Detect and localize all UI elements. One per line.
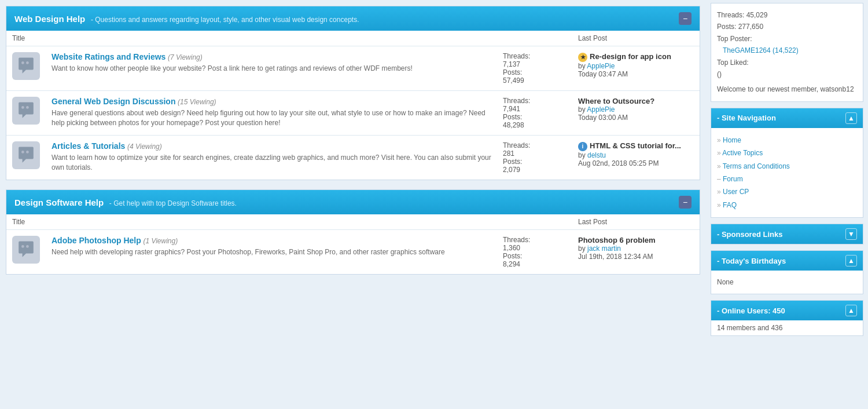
section-header-design-software-help: Design Software Help - Get help with top… [6,190,700,214]
forum-stats-cell: Threads:7,137 Posts:57,499 [497,46,572,91]
site-navigation-header: - Site Navigation ▲ [711,108,863,128]
threads-stat: Threads:7,941 [503,97,567,113]
forum-lastpost-cell: iHTML & CSS tutorial for... by delstu Au… [572,136,700,180]
top-liked-val: () [717,68,857,80]
top-poster-link[interactable]: TheGAME1264 (14,522) [723,46,799,54]
lastpost-author-link[interactable]: jack martin [587,244,621,253]
sponsored-links-collapse-btn[interactable]: ▼ [845,228,857,240]
nav-item-home[interactable]: Home [717,134,857,147]
site-navigation-collapse-btn[interactable]: ▲ [845,112,857,124]
forum-icon-cell [6,136,46,180]
sponsored-links-title: - Sponsored Links [717,230,782,239]
threads-count: Threads: 45,029 [717,9,857,21]
lastpost-by: by delstu [578,151,694,159]
forum-title-link[interactable]: Website Ratings and Reviews [52,52,165,61]
section-collapse-btn[interactable]: − [679,12,692,25]
birthdays-header: - Today's Birthdays ▲ [711,251,863,271]
threads-stat: Threads:7,137 [503,52,567,68]
viewing-count: (4 Viewing) [127,143,162,151]
forum-stats-cell: Threads:7,941 Posts:48,298 [497,91,572,136]
lastpost-author-link[interactable]: delstu [587,151,606,159]
forum-icon-cell [6,91,46,136]
threads-stat: Threads:1,360 [503,236,567,252]
forum-icon [12,52,40,80]
lastpost-blue-icon: i [578,142,587,151]
lastpost-title: ★Re-design for app icon [578,52,694,62]
section-desc: - Get help with top Design Software titl… [109,199,237,207]
birthdays-body: None [711,271,863,294]
svg-rect-5 [26,151,29,154]
forum-icon-cell [6,46,46,91]
svg-rect-1 [26,61,29,64]
forum-icon [12,97,40,125]
section-title: Design Software Help [14,198,104,207]
nav-link[interactable]: Active Topics [722,149,763,157]
online-users-title: - Online Users: 450 [717,306,785,315]
birthdays-title: - Today's Birthdays [717,257,786,265]
nav-link[interactable]: User CP [723,188,749,196]
forum-table-web-design-help: Title Last Post Website Ratings and Revi… [6,31,700,180]
forum-icon [12,236,40,264]
nav-link[interactable]: Forum [723,175,743,183]
nav-link[interactable]: Terms and Conditions [723,162,790,170]
chat-bubble-icon [17,146,35,165]
lastpost-time: Today 03:00 AM [578,114,694,122]
lastpost-author-link[interactable]: ApplePie [587,105,615,114]
lastpost-by: by ApplePie [578,105,694,114]
online-users-body: 14 members and 436 [711,320,863,335]
site-navigation-body: HomeActive TopicsTerms and ConditionsFor… [711,128,863,217]
lastpost-time: Jul 19th, 2018 12:34 AM [578,253,694,261]
forum-info-cell: Articles & Tutorials (4 Viewing) Want to… [46,136,497,180]
forum-info-cell: Adobe Photoshop Help (1 Viewing) Need he… [46,230,497,275]
forum-title-link[interactable]: Adobe Photoshop Help [52,236,141,245]
forum-section-web-design-help: Web Design Help - Questions and answers … [6,6,700,180]
forum-title-link[interactable]: General Web Design Discussion [52,97,175,106]
forum-title-link[interactable]: Articles & Tutorials [52,141,125,151]
forum-desc: Want to know how other people like your … [52,64,491,74]
section-header-web-design-help: Web Design Help - Questions and answers … [6,6,700,31]
sponsored-links-widget: - Sponsored Links ▼ [711,224,863,244]
forum-icon [12,141,40,169]
lastpost-time: Today 03:47 AM [578,70,694,78]
col-title-header: Title [6,31,497,46]
svg-rect-4 [21,151,24,154]
online-users-collapse-btn[interactable]: ▲ [845,305,857,316]
nav-item-terms-and-conditions[interactable]: Terms and Conditions [717,160,857,173]
nav-link[interactable]: FAQ [723,201,737,209]
col-stats-header [497,31,572,46]
svg-rect-0 [21,61,24,64]
lastpost-title: Where to Outsource? [578,97,694,105]
forum-icon-cell [6,230,46,275]
posts-stat: Posts:48,298 [503,113,567,129]
welcome-text: Welcome to our newest member, watsonb12 [717,83,857,95]
forum-lastpost-cell: Photoshop 6 problem by jack martin Jul 1… [572,230,700,275]
nav-item-user-cp[interactable]: User CP [717,185,857,198]
stats-widget: Threads: 45,029 Posts: 277,650 Top Poste… [711,3,863,102]
nav-item-faq[interactable]: FAQ [717,199,857,211]
lastpost-star-icon: ★ [578,53,587,62]
birthdays-collapse-btn[interactable]: ▲ [845,255,857,266]
posts-stat: Posts:2,079 [503,158,567,174]
lastpost-author-link[interactable]: ApplePie [587,62,615,70]
nav-item-forum[interactable]: Forum [717,173,857,185]
svg-rect-2 [21,106,24,109]
section-title: Web Design Help [14,14,85,24]
posts-stat: Posts:57,499 [503,68,567,85]
svg-rect-7 [26,245,29,248]
nav-link[interactable]: Home [723,136,741,144]
forum-info-cell: Website Ratings and Reviews (7 Viewing) … [46,46,497,91]
forum-row: Website Ratings and Reviews (7 Viewing) … [6,46,700,91]
chat-bubble-icon [17,240,35,259]
chat-bubble-icon [17,101,35,120]
forum-stats-cell: Threads:281 Posts:2,079 [497,136,572,180]
col-title-header: Title [6,214,497,230]
forum-row: Articles & Tutorials (4 Viewing) Want to… [6,136,700,180]
top-poster-label: Top Poster: [717,33,857,45]
col-lastpost-header: Last Post [572,31,700,46]
forum-desc: Need help with developing raster graphic… [52,247,491,257]
section-collapse-btn[interactable]: − [679,196,692,209]
online-users-header: - Online Users: 450 ▲ [711,301,863,320]
svg-rect-3 [26,106,29,109]
top-liked-label: Top Liked: [717,57,857,68]
nav-item-active-topics[interactable]: Active Topics [717,147,857,159]
